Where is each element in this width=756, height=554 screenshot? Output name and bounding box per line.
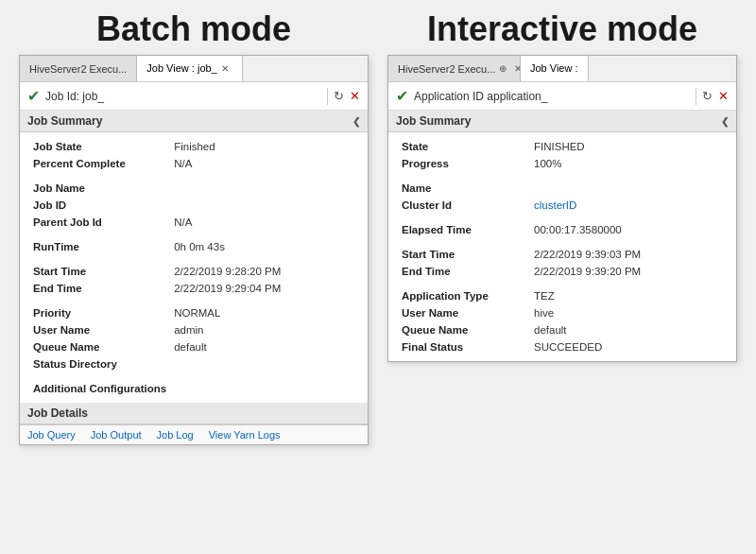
batch-job-details-label: Job Details bbox=[27, 407, 88, 420]
batch-field-row: User Nameadmin bbox=[29, 321, 358, 338]
interactive-field-row: Start Time2/22/2019 9:39:03 PM bbox=[398, 246, 727, 263]
batch-field-label: Queue Name bbox=[29, 338, 170, 355]
interactive-divider bbox=[696, 88, 696, 105]
batch-spacer-row bbox=[29, 255, 358, 263]
interactive-tab2-label: Job View : bbox=[530, 62, 578, 74]
interactive-field-label: Queue Name bbox=[398, 321, 530, 338]
interactive-field-value: 2/22/2019 9:39:20 PM bbox=[530, 263, 727, 280]
interactive-field-label: State bbox=[398, 138, 530, 155]
interactive-field-row: Name bbox=[398, 180, 727, 197]
interactive-field-row: User Namehive bbox=[398, 304, 727, 321]
interactive-tab-1[interactable]: HiveServer2 Execu... ⊕ ✕ bbox=[388, 56, 521, 81]
interactive-field-value: hive bbox=[530, 304, 727, 321]
batch-field-label: User Name bbox=[29, 321, 170, 338]
interactive-field-label: Elapsed Time bbox=[398, 221, 530, 238]
interactive-tab1-x-icon[interactable]: ⊕ bbox=[495, 63, 510, 74]
interactive-check-icon: ✔ bbox=[396, 87, 408, 105]
batch-close-icon[interactable]: ✕ bbox=[350, 89, 360, 103]
interactive-field-value: SUCCEEDED bbox=[530, 338, 727, 355]
batch-field-label: Job Name bbox=[29, 180, 170, 197]
batch-field-row: End Time2/22/2019 9:29:04 PM bbox=[29, 280, 358, 297]
batch-collapse-icon[interactable]: ❮ bbox=[352, 116, 360, 127]
batch-field-value bbox=[170, 180, 358, 197]
interactive-app-id-text: Application ID application_ bbox=[414, 90, 690, 103]
interactive-field-row: Queue Namedefault bbox=[398, 321, 727, 338]
batch-field-row: Queue Namedefault bbox=[29, 338, 358, 355]
batch-field-row: Parent Job IdN/A bbox=[29, 214, 358, 231]
interactive-spacer-row bbox=[398, 280, 727, 287]
batch-field-label: Start Time bbox=[29, 263, 170, 280]
batch-job-id-bar: ✔ Job Id: job_ ↻ ✕ bbox=[20, 82, 368, 111]
batch-field-value: N/A bbox=[170, 214, 358, 231]
interactive-field-value: FINISHED bbox=[530, 138, 727, 155]
batch-fields-table: Job StateFinishedPercent CompleteN/AJob … bbox=[29, 138, 358, 397]
batch-refresh-icon[interactable]: ↻ bbox=[334, 89, 344, 103]
batch-field-row: RunTime0h 0m 43s bbox=[29, 238, 358, 255]
interactive-spacer-row bbox=[398, 214, 727, 221]
batch-titlebar: HiveServer2 Execu... Job View : job_ ✕ bbox=[20, 56, 368, 82]
batch-tab2-close-icon[interactable]: ✕ bbox=[217, 63, 232, 74]
batch-field-label: Status Directory bbox=[29, 355, 170, 372]
batch-tab-2[interactable]: Job View : job_ ✕ bbox=[137, 56, 242, 81]
interactive-field-value: default bbox=[530, 321, 727, 338]
interactive-field-row: Progress100% bbox=[398, 155, 727, 172]
batch-tab-1[interactable]: HiveServer2 Execu... bbox=[20, 56, 137, 81]
interactive-collapse-icon[interactable]: ❮ bbox=[721, 116, 729, 127]
interactive-field-value[interactable]: clusterID bbox=[530, 197, 727, 214]
batch-field-label: Parent Job Id bbox=[29, 214, 170, 231]
batch-field-value: 0h 0m 43s bbox=[170, 238, 358, 255]
batch-field-value bbox=[170, 355, 358, 372]
batch-field-label: Priority bbox=[29, 304, 170, 321]
interactive-field-row: StateFINISHED bbox=[398, 138, 727, 155]
interactive-window: HiveServer2 Execu... ⊕ ✕ Job View : ✔ Ap… bbox=[387, 55, 737, 362]
batch-field-value: admin bbox=[170, 321, 358, 338]
batch-bottom-tabs: Job Query Job Output Job Log View Yarn L… bbox=[20, 424, 368, 444]
batch-spacer-row bbox=[29, 372, 358, 380]
batch-field-value: N/A bbox=[170, 155, 358, 172]
interactive-spacer-row bbox=[398, 172, 727, 180]
batch-spacer-row bbox=[29, 297, 358, 304]
batch-tab-job-query[interactable]: Job Query bbox=[27, 429, 76, 441]
interactive-field-value: TEZ bbox=[530, 287, 727, 304]
interactive-tab1-label: HiveServer2 Execu... bbox=[398, 63, 495, 75]
batch-spacer-row bbox=[29, 231, 358, 238]
batch-tab-job-log[interactable]: Job Log bbox=[157, 429, 194, 441]
interactive-field-value: 2/22/2019 9:39:03 PM bbox=[530, 246, 727, 263]
interactive-field-value: 00:00:17.3580000 bbox=[530, 221, 727, 238]
batch-field-value bbox=[170, 197, 358, 214]
batch-tab-job-output[interactable]: Job Output bbox=[91, 429, 142, 441]
batch-field-value: Finished bbox=[170, 138, 358, 155]
interactive-mode-section: Interactive mode HiveServer2 Execu... ⊕ … bbox=[387, 9, 737, 362]
batch-job-summary-header: Job Summary ❮ bbox=[20, 111, 368, 132]
batch-field-value: 2/22/2019 9:28:20 PM bbox=[170, 263, 358, 280]
interactive-tab1-close-icon[interactable]: ✕ bbox=[510, 63, 521, 74]
interactive-field-label: User Name bbox=[398, 304, 530, 321]
interactive-mode-title: Interactive mode bbox=[427, 9, 697, 49]
batch-field-row: Percent CompleteN/A bbox=[29, 155, 358, 172]
batch-mode-title: Batch mode bbox=[96, 9, 291, 49]
interactive-tab-area: HiveServer2 Execu... ⊕ ✕ Job View : bbox=[388, 56, 736, 81]
batch-field-label: End Time bbox=[29, 280, 170, 297]
interactive-field-value: 100% bbox=[530, 155, 727, 172]
interactive-content-area: StateFINISHEDProgress100%NameCluster Idc… bbox=[388, 132, 736, 361]
batch-check-icon: ✔ bbox=[27, 87, 40, 105]
interactive-field-label: Final Status bbox=[398, 338, 530, 355]
batch-tab1-label: HiveServer2 Execu... bbox=[29, 63, 127, 75]
interactive-refresh-icon[interactable]: ↻ bbox=[702, 89, 713, 103]
interactive-tab-2[interactable]: Job View : bbox=[521, 56, 589, 81]
batch-content-area: Job StateFinishedPercent CompleteN/AJob … bbox=[20, 132, 368, 403]
interactive-close-icon[interactable]: ✕ bbox=[718, 89, 729, 103]
batch-field-value: NORMAL bbox=[170, 304, 358, 321]
batch-tab-view-yarn-logs[interactable]: View Yarn Logs bbox=[209, 429, 281, 441]
batch-tab-area: HiveServer2 Execu... Job View : job_ ✕ bbox=[20, 56, 368, 81]
batch-window: HiveServer2 Execu... Job View : job_ ✕ ✔… bbox=[19, 55, 369, 445]
batch-mode-section: Batch mode HiveServer2 Execu... Job View… bbox=[19, 9, 369, 445]
batch-field-row: Job Name bbox=[29, 180, 358, 197]
batch-tab2-label: Job View : job_ bbox=[146, 62, 216, 74]
interactive-spacer-row bbox=[398, 238, 727, 246]
interactive-titlebar: HiveServer2 Execu... ⊕ ✕ Job View : bbox=[388, 56, 736, 82]
batch-field-value: 2/22/2019 9:29:04 PM bbox=[170, 280, 358, 297]
interactive-field-label: Name bbox=[398, 180, 530, 197]
interactive-field-label: End Time bbox=[398, 263, 530, 280]
batch-field-label: Job State bbox=[29, 138, 170, 155]
